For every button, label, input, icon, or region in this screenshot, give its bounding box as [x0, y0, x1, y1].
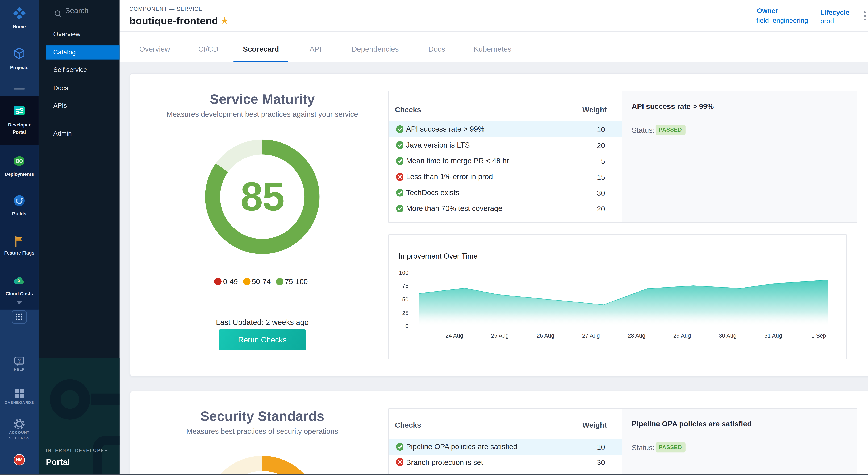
- sidebar-item-overview[interactable]: Overview: [38, 27, 120, 41]
- rail-item-projects[interactable]: Projects: [0, 47, 38, 72]
- sidebar-item-admin[interactable]: Admin: [38, 126, 120, 141]
- check-name: Branch protection is set: [406, 458, 483, 467]
- sidebar-footer-title: Portal: [46, 457, 70, 466]
- tab-docs[interactable]: Docs: [428, 41, 445, 58]
- tab-kubernetes[interactable]: Kubernetes: [474, 41, 512, 58]
- kebab-menu[interactable]: [861, 9, 868, 23]
- sidebar-footer-kicker: INTERNAL DEVELOPER: [46, 448, 108, 453]
- tab-dependencies[interactable]: Dependencies: [351, 41, 399, 58]
- entity-header: COMPONENT — SERVICE boutique-frontend ★ …: [120, 0, 868, 63]
- lifecycle-value[interactable]: prod: [820, 17, 834, 25]
- check-passed-icon: [396, 157, 404, 165]
- checks-column-header: Checks: [395, 420, 421, 429]
- scorecard-service-maturity: Service MaturityMeasures development bes…: [130, 73, 868, 377]
- rail-item-label: Deployments: [0, 172, 38, 177]
- avatar[interactable]: HM: [13, 454, 25, 466]
- rerun-checks-button[interactable]: Rerun Checks: [219, 329, 306, 350]
- status-badge: PASSED: [655, 125, 685, 135]
- rail-item-home[interactable]: Home: [0, 7, 38, 31]
- sidebar-item-apis[interactable]: APIs: [38, 98, 120, 113]
- status-badge: PASSED: [655, 442, 685, 452]
- lifecycle-label[interactable]: Lifecycle: [820, 8, 849, 16]
- check-weight: 10: [582, 125, 605, 133]
- divider: [46, 21, 113, 22]
- dashboards-icon: [13, 387, 26, 400]
- module-grid-button[interactable]: [12, 310, 27, 324]
- legend-dot: [276, 278, 283, 285]
- sidebar-item-self-service[interactable]: Self service: [38, 63, 120, 77]
- sidebar-item-docs[interactable]: Docs: [38, 81, 120, 95]
- feature-flags-icon: [13, 235, 26, 248]
- legend-label: 0-49: [223, 277, 238, 286]
- check-detail-pane: [622, 92, 857, 222]
- bottom-edge-bar: [0, 474, 868, 475]
- rail-item-account-settings[interactable]: ACCOUNTSETTINGS: [0, 418, 38, 442]
- rail-item-help[interactable]: ?HELP: [0, 355, 38, 374]
- check-weight: 10: [582, 443, 605, 451]
- portal-sidebar: Search OverviewCatalogSelf serviceDocsAP…: [38, 0, 120, 475]
- builds-icon: [13, 195, 26, 207]
- svg-text:$: $: [18, 277, 21, 283]
- check-passed-icon: [396, 125, 404, 133]
- rail-item-label: Home: [0, 24, 38, 29]
- rail-item-label: ACCOUNT: [0, 431, 38, 434]
- scorecard-security-standards: Security StandardsMeasures best practice…: [130, 390, 868, 475]
- tab-overview[interactable]: Overview: [140, 41, 170, 58]
- legend-label: 75-100: [285, 277, 308, 286]
- detail-title: Pipeline OPA policies are satisfied: [632, 420, 752, 428]
- rail-item-feature-flags[interactable]: Feature Flags: [0, 235, 38, 257]
- legend-dot: [214, 278, 222, 285]
- divider: [46, 121, 113, 121]
- improvement-area-chart: [389, 235, 847, 360]
- owner-label[interactable]: Owner: [757, 7, 778, 14]
- tab-ci-cd[interactable]: CI/CD: [198, 41, 218, 58]
- svg-text:?: ?: [18, 357, 21, 363]
- detail-title: API success rate > 99%: [632, 102, 714, 111]
- check-detail-pane: [622, 409, 857, 475]
- check-weight: 15: [582, 173, 605, 181]
- legend-label: 50-74: [252, 277, 271, 286]
- rail-item-deployments[interactable]: Deployments: [0, 155, 38, 178]
- check-passed-icon: [396, 141, 404, 149]
- checks-panel: ChecksWeightAPI success rate > 99%10Java…: [388, 91, 857, 223]
- favorite-star-icon[interactable]: ★: [220, 15, 229, 26]
- chevron-down-icon[interactable]: [17, 301, 22, 304]
- rail-item-builds[interactable]: Builds: [0, 195, 38, 218]
- rail-item-cloud-costs[interactable]: $Cloud Costs: [0, 274, 38, 298]
- last-updated: Last Updated: 2 weeks ago: [129, 318, 396, 326]
- check-weight: 30: [582, 458, 605, 467]
- status-label: Status:: [632, 126, 655, 135]
- owner-value[interactable]: field_engineering: [756, 16, 808, 24]
- deployments-icon: [13, 155, 26, 167]
- score-legend: 0-4950-7475-100: [214, 278, 313, 286]
- sidebar-item-catalog[interactable]: Catalog: [46, 46, 119, 60]
- check-name: Mean time to merge PR < 48 hr: [406, 156, 509, 165]
- check-failed-icon: [396, 458, 404, 466]
- scorecard-subtitle: Measures best practices of security oper…: [129, 427, 396, 436]
- check-passed-icon: [396, 205, 404, 212]
- developer-portal-icon: [13, 104, 26, 117]
- circuit-decoration: [93, 436, 119, 475]
- score-donut: [205, 456, 319, 475]
- check-weight: 5: [582, 157, 605, 166]
- check-name: TechDocs exists: [406, 188, 459, 197]
- tab-scorecard[interactable]: Scorecard: [243, 41, 279, 58]
- improvement-chart-box: Improvement Over Time025507510024 Aug25 …: [388, 234, 847, 359]
- tab-api[interactable]: API: [310, 41, 321, 58]
- developer-portal-app: HomeProjectsDeveloperPortalDeploymentsBu…: [0, 0, 868, 475]
- rail-item-developer-portal[interactable]: DeveloperPortal: [0, 104, 38, 136]
- check-passed-icon: [396, 443, 404, 451]
- help-icon: ?: [13, 355, 26, 367]
- search-icon: [54, 10, 62, 18]
- checks-panel: ChecksWeightPipeline OPA policies are sa…: [388, 409, 857, 475]
- check-weight: 20: [582, 141, 605, 149]
- scorecard-title: Service Maturity: [129, 91, 396, 107]
- search-input[interactable]: Search: [38, 3, 120, 17]
- rail-item-dashboards[interactable]: DASHBOARDS: [0, 387, 38, 407]
- check-name: More than 70% test coverage: [406, 204, 502, 213]
- rail-item-label: Builds: [0, 211, 38, 216]
- rail-item-label: Developer: [0, 122, 38, 127]
- score-number: 85: [206, 176, 319, 217]
- rail-item-label: Feature Flags: [0, 250, 38, 256]
- scorecard-title: Security Standards: [129, 408, 396, 424]
